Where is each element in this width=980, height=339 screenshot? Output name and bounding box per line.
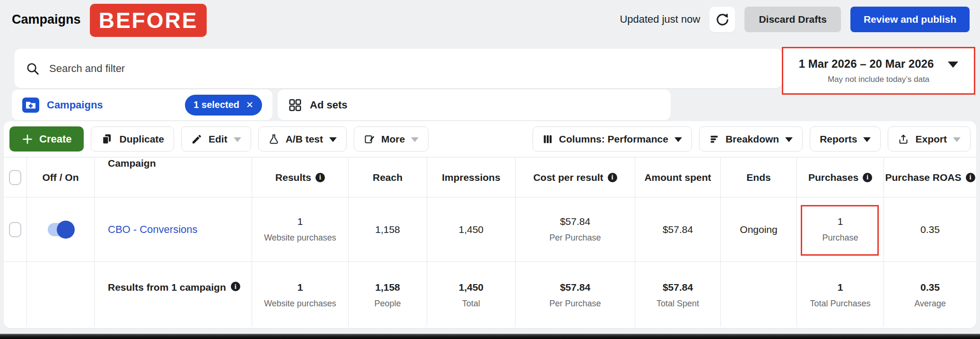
tab-campaigns[interactable]: Campaigns 1 selected	[12, 89, 272, 120]
info-icon[interactable]	[608, 173, 617, 182]
column-header-off-on[interactable]: Off / On	[27, 158, 95, 197]
column-header-purchase-roas[interactable]: Purchase ROAS	[884, 158, 976, 197]
row-campaign-cell: CBO - Conversions	[95, 197, 252, 261]
date-range-selector[interactable]: 1 Mar 2026 – 20 Mar 2026 May not include…	[782, 47, 975, 95]
more-button[interactable]: More	[354, 126, 429, 152]
clear-selection-icon[interactable]	[246, 99, 254, 110]
reports-button[interactable]: Reports	[810, 126, 881, 152]
create-label: Create	[39, 133, 71, 145]
purchase-roas-value: 0.35	[920, 224, 940, 235]
column-header-ends[interactable]: Ends	[721, 158, 797, 197]
search-input[interactable]	[49, 62, 771, 75]
info-icon[interactable]	[231, 282, 240, 291]
duplicate-button[interactable]: Duplicate	[91, 126, 174, 152]
chevron-down-icon	[948, 62, 958, 68]
edit-button[interactable]: Edit	[181, 126, 251, 152]
before-badge-label: BEFORE	[99, 8, 198, 33]
column-header-amount-spent[interactable]: Amount spent	[635, 158, 721, 197]
row-purchases-cell: 1 Purchase	[797, 197, 884, 261]
date-range-note: May not include today’s data	[828, 75, 929, 84]
export-label: Export	[915, 134, 947, 145]
column-header-purchases[interactable]: Purchases	[797, 158, 884, 197]
purchases-sublabel: Purchase	[822, 233, 858, 243]
summary-amount-spent-value: $57.84	[663, 282, 693, 293]
export-button[interactable]: Export	[888, 126, 971, 152]
impressions-value: 1,450	[459, 224, 484, 235]
reports-label: Reports	[820, 134, 857, 145]
summary-cost-per-result-value: $57.84	[560, 282, 590, 293]
chevron-down-icon	[329, 137, 337, 142]
chevron-down-icon	[953, 137, 961, 142]
ads-manager-screen: Campaigns BEFORE Updated just now Discar…	[0, 0, 980, 339]
summary-amount-spent-cell: $57.84 Total Spent	[635, 262, 721, 327]
column-label: Impressions	[442, 172, 500, 183]
header-actions: Updated just now Discard Drafts Review a…	[620, 7, 970, 32]
column-header-reach[interactable]: Reach	[349, 158, 427, 197]
info-icon[interactable]	[315, 173, 325, 182]
review-and-publish-button[interactable]: Review and publish	[850, 7, 970, 32]
page-title: Campaigns	[12, 12, 81, 27]
column-label: Campaign	[108, 158, 156, 169]
ab-test-label: A/B test	[286, 134, 323, 145]
summary-purchases-value: 1	[838, 282, 843, 293]
summary-results-cell: 1 Website purchases	[252, 262, 349, 327]
summary-title-cell: Results from 1 campaign	[95, 262, 252, 327]
date-range-label: 1 Mar 2026 – 20 Mar 2026	[799, 57, 934, 71]
chevron-down-icon	[674, 137, 682, 142]
column-header-impressions[interactable]: Impressions	[427, 158, 516, 197]
summary-impressions-cell: 1,450 Total	[427, 262, 516, 327]
summary-amount-spent-sublabel: Total Spent	[656, 299, 699, 309]
column-header-cost-per-result[interactable]: Cost per result	[516, 158, 635, 197]
breakdown-button[interactable]: Breakdown	[699, 126, 803, 152]
summary-purchase-roas-cell: 0.35 Average	[884, 262, 976, 327]
results-value: 1	[298, 216, 303, 227]
campaigns-panel: Create Duplicate Edit	[4, 121, 976, 328]
summary-reach-cell: 1,158 People	[349, 262, 427, 327]
column-label: Ends	[746, 172, 770, 183]
campaigns-folder-icon	[22, 98, 39, 113]
row-ends-cell: Ongoing	[721, 197, 797, 261]
columns-button[interactable]: Columns: Performance	[533, 126, 692, 152]
campaign-name-link[interactable]: CBO - Conversions	[108, 223, 198, 236]
ab-test-button[interactable]: A/B test	[258, 126, 347, 152]
chevron-down-icon	[863, 137, 871, 142]
tab-ad-sets-label: Ad sets	[310, 99, 347, 111]
reach-value: 1,158	[375, 224, 400, 235]
toolbar-right: Columns: Performance Breakdown	[533, 126, 971, 152]
selected-count-pill[interactable]: 1 selected	[185, 95, 262, 116]
summary-cost-per-result-cell: $57.84 Per Purchase	[516, 262, 635, 327]
summary-reach-sublabel: People	[374, 299, 401, 309]
summary-results-sublabel: Website purchases	[264, 299, 336, 309]
summary-title: Results from 1 campaign	[108, 282, 226, 293]
columns-label: Columns: Performance	[559, 134, 668, 145]
summary-ends-cell	[721, 262, 797, 327]
updated-status: Updated just now	[620, 13, 700, 26]
info-icon[interactable]	[966, 173, 975, 182]
edit-label: Edit	[209, 134, 228, 145]
column-header-results[interactable]: Results	[252, 158, 349, 197]
row-cost-per-result-cell: $57.84 Per Purchase	[516, 197, 635, 261]
summary-empty-cell	[4, 262, 27, 327]
chevron-down-icon	[411, 137, 419, 142]
discard-drafts-button[interactable]: Discard Drafts	[744, 7, 841, 32]
toolbar: Create Duplicate Edit	[4, 121, 976, 158]
summary-results-value: 1	[298, 282, 303, 293]
campaign-toggle-on[interactable]	[48, 223, 73, 236]
tab-ad-sets[interactable]: Ad sets	[278, 89, 671, 120]
search-icon	[26, 62, 40, 76]
column-label: Off / On	[43, 172, 79, 183]
summary-reach-value: 1,158	[375, 282, 400, 293]
create-button[interactable]: Create	[9, 126, 84, 152]
discard-drafts-label: Discard Drafts	[759, 14, 827, 25]
refresh-button[interactable]	[709, 7, 735, 32]
tab-campaigns-label: Campaigns	[47, 99, 103, 111]
row-checkbox[interactable]	[9, 222, 21, 237]
column-header-campaign[interactable]: Campaign	[95, 158, 252, 197]
cost-per-result-sublabel: Per Purchase	[549, 233, 601, 243]
results-sublabel: Website purchases	[264, 233, 336, 243]
info-icon[interactable]	[863, 173, 872, 182]
select-all-checkbox[interactable]	[9, 170, 21, 185]
column-label: Reach	[373, 172, 402, 183]
ends-value: Ongoing	[740, 224, 777, 235]
cost-per-result-value: $57.84	[560, 216, 590, 227]
